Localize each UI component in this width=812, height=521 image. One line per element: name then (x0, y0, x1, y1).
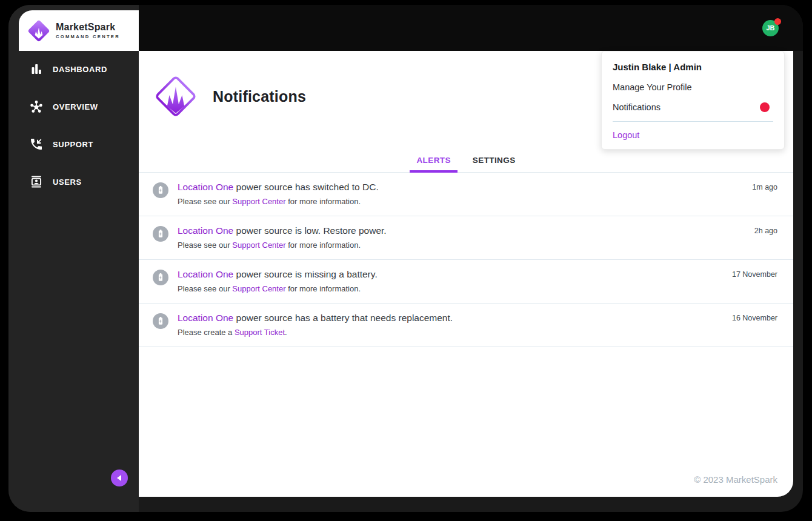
menu-item-notifications[interactable]: Notifications (613, 102, 773, 112)
user-avatar-button[interactable]: JB (762, 20, 779, 36)
unread-indicator-dot (760, 102, 770, 112)
sidebar-item-overview[interactable]: OVERVIEW (8, 95, 139, 119)
sidebar-collapse-button[interactable] (111, 470, 128, 486)
location-link[interactable]: Location One (178, 225, 233, 236)
brand-subtitle: COMMAND CENTER (56, 34, 120, 39)
app-window: MarketSpark COMMAND CENTER DASHBOARD (8, 5, 803, 512)
tab-settings[interactable]: SETTINGS (466, 148, 522, 172)
user-menu-header: Justin Blake | Admin (613, 62, 773, 72)
chevron-left-icon (117, 475, 121, 481)
sidebar-item-label: SUPPORT (53, 140, 93, 149)
sidebar-nav: DASHBOARD OVERVIEW (8, 57, 139, 194)
brand-title: MarketSpark (56, 22, 120, 33)
notification-timestamp: 1m ago (752, 181, 777, 191)
notification-row: Location One power source has switched t… (139, 173, 793, 216)
notification-title: power source is low. Restore power. (233, 225, 386, 236)
support-center-link[interactable]: Support Center (232, 284, 285, 293)
location-link[interactable]: Location One (178, 269, 233, 279)
contact-card-icon (29, 174, 44, 189)
avatar-initials: JB (766, 24, 774, 32)
page-diamond-icon (155, 75, 197, 118)
battery-icon (153, 313, 168, 329)
bar-chart-icon (29, 62, 44, 76)
menu-item-manage-profile[interactable]: Manage Your Profile (613, 82, 773, 92)
support-center-link[interactable]: Support Center (232, 197, 285, 206)
tab-bar: ALERTS SETTINGS (139, 148, 793, 173)
notification-timestamp: 2h ago (754, 225, 777, 235)
phone-callback-icon (29, 137, 44, 151)
menu-divider (613, 121, 773, 122)
copyright: © 2023 MarketSpark (694, 474, 777, 485)
page-title: Notifications (213, 88, 306, 105)
topbar: JB (139, 5, 803, 51)
notification-title: power source has switched to DC. (233, 182, 379, 192)
hub-icon (29, 99, 44, 114)
sidebar-item-label: DASHBOARD (53, 65, 107, 74)
user-menu: Justin Blake | Admin Manage Your Profile… (601, 51, 785, 150)
notification-title: power source is missing a battery. (233, 269, 377, 279)
sidebar: MarketSpark COMMAND CENTER DASHBOARD (8, 5, 139, 512)
notification-title: power source has a battery that needs re… (233, 313, 453, 323)
battery-icon (153, 182, 168, 198)
tab-alerts[interactable]: ALERTS (410, 148, 457, 172)
notification-row: Location One power source has a battery … (139, 304, 793, 347)
notification-row: Location One power source is missing a b… (139, 260, 793, 304)
sidebar-item-label: OVERVIEW (53, 102, 98, 111)
sidebar-item-label: USERS (53, 178, 82, 187)
notification-timestamp: 17 November (732, 268, 777, 279)
support-ticket-link[interactable]: Support Ticket (235, 328, 285, 337)
battery-icon (153, 226, 168, 242)
sidebar-item-users[interactable]: USERS (8, 170, 139, 194)
brand-logo[interactable]: MarketSpark COMMAND CENTER (19, 10, 139, 51)
notification-list: Location One power source has switched t… (139, 173, 793, 347)
brand-diamond-icon (27, 19, 51, 43)
location-link[interactable]: Location One (178, 182, 233, 192)
location-link[interactable]: Location One (178, 313, 233, 323)
menu-item-logout[interactable]: Logout (613, 130, 773, 140)
support-center-link[interactable]: Support Center (232, 241, 285, 250)
sidebar-item-support[interactable]: SUPPORT (8, 132, 139, 156)
avatar-notification-dot (774, 18, 781, 25)
battery-icon (153, 270, 168, 285)
notification-row: Location One power source is low. Restor… (139, 216, 793, 260)
notification-timestamp: 16 November (732, 312, 777, 322)
sidebar-item-dashboard[interactable]: DASHBOARD (8, 57, 139, 81)
